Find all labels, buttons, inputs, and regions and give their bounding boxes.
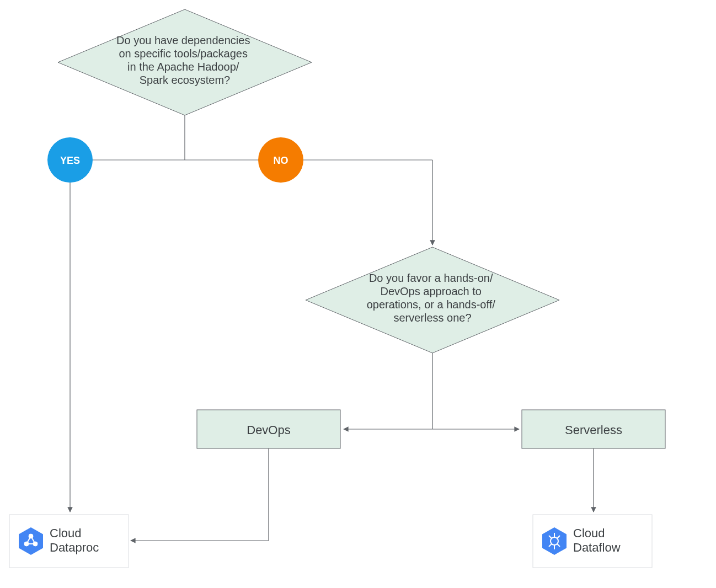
dataproc-line1: Cloud — [50, 526, 81, 540]
product-dataflow: Cloud Dataflow — [533, 515, 652, 568]
serverless-label: Serverless — [565, 423, 622, 437]
edge-devops-to-dataproc — [131, 448, 269, 541]
dataproc-line2: Dataproc — [50, 541, 99, 554]
q1-line4: Spark ecosystem? — [140, 74, 231, 86]
no-label: NO — [274, 155, 288, 166]
decision-q2: Do you favor a hands-on/ DevOps approach… — [306, 247, 559, 353]
q2-line3: operations, or a hands-off/ — [367, 298, 496, 311]
no-circle: NO — [258, 137, 303, 183]
q2-line4: serverless one? — [393, 312, 471, 324]
dataflow-line2: Dataflow — [573, 541, 621, 554]
yes-circle: YES — [47, 137, 93, 183]
product-dataproc: Cloud Dataproc — [9, 515, 129, 568]
decision-flowchart: Do you have dependencies on specific too… — [0, 0, 716, 588]
yes-label: YES — [60, 155, 80, 166]
svg-point-12 — [29, 534, 33, 538]
decision-q1: Do you have dependencies on specific too… — [58, 9, 312, 115]
devops-label: DevOps — [247, 423, 290, 437]
q2-line2: DevOps approach to — [381, 285, 482, 297]
q1-line1: Do you have dependencies — [116, 34, 250, 46]
devops-box: DevOps — [197, 410, 340, 448]
q2-line1: Do you favor a hands-on/ — [369, 272, 493, 284]
q1-line3: in the Apache Hadoop/ — [127, 61, 239, 73]
dataflow-line1: Cloud — [573, 526, 605, 540]
serverless-box: Serverless — [522, 410, 665, 448]
q1-line2: on specific tools/packages — [119, 47, 247, 60]
